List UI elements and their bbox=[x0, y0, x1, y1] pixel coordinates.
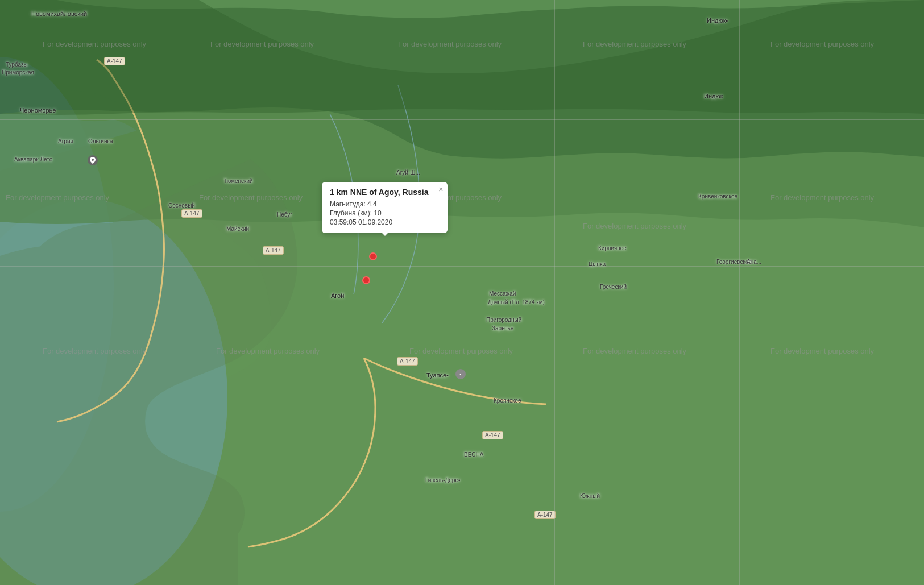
magnitude-label: Магнитуда: bbox=[330, 200, 366, 208]
place-turbazy: Турбазы bbox=[6, 61, 28, 68]
place-ana: Ана... bbox=[747, 259, 761, 265]
place-nebug: Небуг bbox=[277, 211, 292, 218]
place-tuapse: Туапсе▪ bbox=[426, 372, 449, 379]
road-label-a147-5: А-147 bbox=[482, 431, 503, 439]
place-olginka: Ольгинка bbox=[88, 138, 113, 144]
place-dachniy: Дачный (Пл. 1874 км) bbox=[488, 299, 545, 305]
place-gizel-dere: Гизель-Дере▪ bbox=[425, 477, 461, 483]
road-label-a147-2: А-147 bbox=[181, 209, 202, 218]
popup-close-button[interactable]: × bbox=[438, 185, 443, 193]
place-chernomorye: Черноморье bbox=[20, 107, 56, 114]
place-vesna: ВЕСНА bbox=[464, 451, 483, 458]
poi-akvaparkLeto[interactable] bbox=[88, 155, 98, 165]
place-mayskiy: Майский bbox=[226, 226, 249, 232]
road-label-a147-1: А-147 bbox=[104, 57, 125, 65]
place-aguysh: Агуй-Ш... bbox=[396, 169, 420, 176]
place-yuzhniy: Южный bbox=[580, 493, 600, 499]
place-kirpichnoe: Кирпичное bbox=[598, 245, 627, 251]
place-kroyanskoe: Кроянское bbox=[494, 397, 521, 404]
popup-depth: Глубина (км): 10 bbox=[330, 209, 440, 217]
road-label-a147-4: А-147 bbox=[397, 357, 418, 366]
place-novomikhaylovskiy: Новомихайловский bbox=[31, 10, 87, 17]
place-agoy: Агой bbox=[331, 292, 344, 299]
map-background bbox=[0, 0, 924, 585]
depth-value: 10 bbox=[374, 209, 381, 217]
place-tsypka: Цыпка bbox=[589, 261, 606, 267]
place-tyumenskiy: Тюменский bbox=[223, 178, 253, 184]
place-prigorodnyy: Пригородный bbox=[486, 317, 521, 323]
place-primorskaya: Приморская bbox=[2, 69, 34, 76]
popup-magnitude: Магнитуда: 4.4 bbox=[330, 200, 440, 208]
place-krivenkovo: Кривенковское bbox=[698, 193, 737, 200]
place-indyuk-2: Индюк bbox=[704, 93, 723, 99]
magnitude-value: 4.4 bbox=[367, 200, 377, 208]
place-messazhay: Мессажай bbox=[489, 291, 516, 297]
earthquake-marker-1[interactable] bbox=[369, 252, 377, 260]
popup-title: 1 km NNE of Agoy, Russia bbox=[330, 188, 440, 197]
place-indyuk-1: Индюк▪ bbox=[707, 17, 728, 24]
place-grecheskiy: Греческий bbox=[600, 284, 627, 290]
place-akvaparkLeto: Аквапарк Лето bbox=[14, 156, 52, 163]
popup-time: 03:59:05 01.09.2020 bbox=[330, 218, 440, 226]
earthquake-popup: × 1 km NNE of Agoy, Russia Магнитуда: 4.… bbox=[322, 182, 448, 233]
road-label-a147-6: А-147 bbox=[534, 511, 556, 519]
place-zarechye: Заречье bbox=[492, 325, 513, 331]
place-agriya: Агрия bbox=[58, 138, 73, 144]
earthquake-marker-2[interactable] bbox=[362, 276, 370, 284]
poi-tuapse: ▪ bbox=[455, 369, 466, 379]
svg-point-4 bbox=[92, 159, 94, 161]
place-sosnoviy: Сосновый bbox=[168, 202, 195, 209]
depth-label: Глубина (км): bbox=[330, 209, 372, 217]
road-label-a147-3: А-147 bbox=[263, 246, 284, 255]
map-container: For development purposes only For develo… bbox=[0, 0, 924, 585]
